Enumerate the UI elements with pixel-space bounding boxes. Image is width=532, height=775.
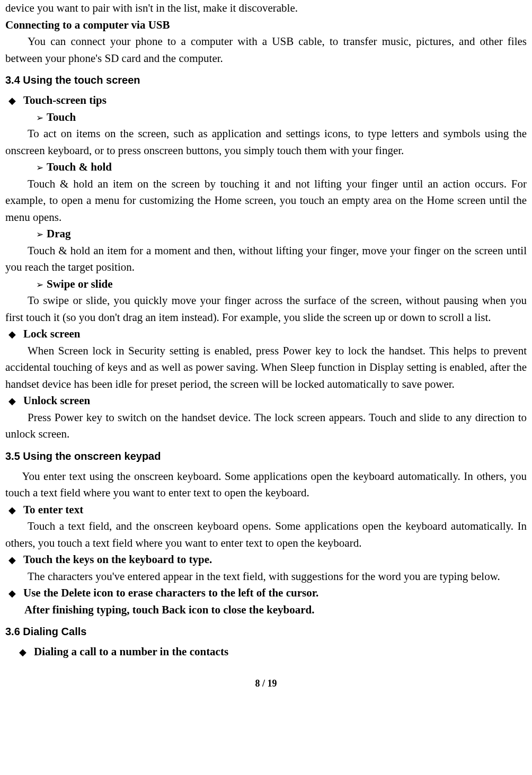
label-touch: Touch	[47, 109, 76, 126]
paragraph-keypad-intro: You enter text using the onscreen keyboa…	[5, 468, 527, 502]
item-touch-hold: ➢ Touch & hold	[36, 159, 527, 176]
label-unlock-screen: Unlock screen	[23, 393, 90, 409]
document-body: device you want to pair with isn't in th…	[5, 0, 527, 691]
label-touch-hold: Touch & hold	[47, 159, 112, 176]
page-total: 19	[268, 678, 277, 689]
paragraph-touch-hold-body: Touch & hold an item on the screen by to…	[5, 176, 527, 226]
paragraph-touch-keys-body: The characters you've entered appear in …	[5, 568, 527, 585]
diamond-icon: ◆	[8, 503, 16, 518]
paragraph-touch-body: To act on items on the screen, such as a…	[5, 126, 527, 159]
section-heading-3-5: 3.5 Using the onscreen keypad	[5, 448, 527, 464]
item-touch-screen-tips: ◆ Touch-screen tips	[8, 92, 527, 109]
arrow-icon: ➢	[36, 228, 43, 242]
item-delete-icon: ◆ Use the Delete icon to erase character…	[8, 585, 527, 602]
diamond-icon: ◆	[19, 645, 26, 660]
item-unlock-screen: ◆ Unlock screen	[8, 393, 527, 409]
heading-usb: Connecting to a computer via USB	[5, 17, 527, 34]
diamond-icon: ◆	[8, 327, 16, 342]
page-footer: 8 / 19	[5, 676, 527, 691]
item-swipe: ➢ Swipe or slide	[36, 276, 527, 293]
diamond-icon: ◆	[8, 394, 16, 408]
arrow-icon: ➢	[36, 161, 43, 175]
label-to-enter-text: To enter text	[23, 502, 83, 519]
item-to-enter-text: ◆ To enter text	[8, 502, 527, 519]
section-heading-3-6: 3.6 Dialing Calls	[5, 623, 527, 639]
section-heading-3-4: 3.4 Using the touch screen	[5, 72, 527, 88]
label-dialing-contacts: Dialing a call to a number in the contac…	[34, 644, 228, 661]
label-after-finishing: After finishing typing, touch Back icon …	[24, 602, 527, 619]
item-lock-screen: ◆ Lock screen	[8, 326, 527, 343]
diamond-icon: ◆	[8, 94, 16, 108]
paragraph-lock-body: When Screen lock in Security setting is …	[5, 343, 527, 393]
label-swipe: Swipe or slide	[47, 276, 112, 293]
item-dialing-contacts: ◆ Dialing a call to a number in the cont…	[19, 644, 527, 661]
label-touch-keys: Touch the keys on the keyboard to type.	[23, 551, 212, 568]
label-touch-screen-tips: Touch-screen tips	[23, 92, 107, 109]
paragraph-drag-body: Touch & hold an item for a moment and th…	[5, 243, 527, 276]
paragraph-usb-body: You can connect your phone to a computer…	[5, 33, 527, 67]
diamond-icon: ◆	[8, 586, 16, 601]
item-touch-keys: ◆ Touch the keys on the keyboard to type…	[8, 551, 527, 568]
paragraph-unlock-body: Press Power key to switch on the handset…	[5, 409, 527, 443]
diamond-icon: ◆	[8, 553, 16, 567]
paragraph-enter-text-body: Touch a text field, and the onscreen key…	[5, 518, 527, 551]
label-lock-screen: Lock screen	[23, 326, 81, 343]
page-separator: /	[260, 678, 267, 689]
arrow-icon: ➢	[36, 278, 43, 292]
label-delete-icon: Use the Delete icon to erase characters …	[23, 585, 318, 602]
paragraph-device-list: device you want to pair with isn't in th…	[5, 0, 527, 17]
label-drag: Drag	[47, 226, 71, 243]
item-touch: ➢ Touch	[36, 109, 527, 126]
paragraph-swipe-body: To swipe or slide, you quickly move your…	[5, 292, 527, 326]
item-drag: ➢ Drag	[36, 226, 527, 243]
arrow-icon: ➢	[36, 111, 43, 125]
